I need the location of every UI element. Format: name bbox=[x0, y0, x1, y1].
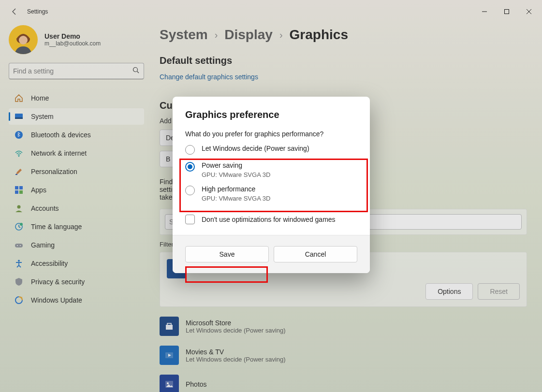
checkbox-dont-optimize[interactable]: Don't use optimizations for windowed gam… bbox=[185, 215, 357, 224]
radio-sublabel: GPU: VMware SVGA 3D bbox=[202, 171, 270, 178]
radio-icon bbox=[185, 145, 195, 155]
dialog-question: What do you prefer for graphics performa… bbox=[185, 130, 357, 138]
radio-option-power-saving[interactable]: Power saving GPU: VMware SVGA 3D bbox=[185, 161, 357, 178]
radio-icon bbox=[185, 162, 195, 172]
graphics-preference-dialog: Graphics preference What do you prefer f… bbox=[173, 97, 370, 273]
save-button[interactable]: Save bbox=[185, 246, 269, 262]
radio-icon bbox=[185, 186, 195, 195]
radio-label: Power saving bbox=[202, 161, 270, 169]
radio-option-let-windows-decide[interactable]: Let Windows decide (Power saving) bbox=[185, 145, 357, 155]
radio-label: High performance bbox=[202, 185, 270, 193]
checkbox-icon bbox=[185, 215, 195, 224]
radio-option-high-performance[interactable]: High performance GPU: VMware SVGA 3D bbox=[185, 185, 357, 202]
checkbox-label: Don't use optimizations for windowed gam… bbox=[202, 216, 336, 223]
radio-label: Let Windows decide (Power saving) bbox=[202, 145, 309, 152]
radio-sublabel: GPU: VMware SVGA 3D bbox=[202, 195, 270, 202]
cancel-button[interactable]: Cancel bbox=[274, 246, 357, 262]
dialog-title: Graphics preference bbox=[185, 109, 357, 120]
